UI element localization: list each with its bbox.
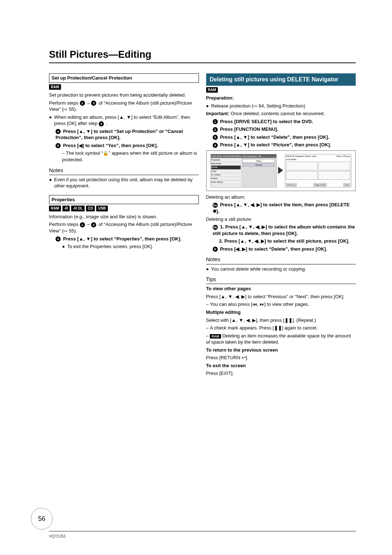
properties-step4: 4 Press [▲, ▼] to select “Properties”, t…	[56, 236, 199, 242]
tips-heading: Tips	[206, 276, 356, 284]
badge-ram: RAM	[206, 87, 218, 93]
footer-code: VQT2J51	[49, 534, 66, 538]
edit-album-note: ● When editing an album, press [▲, ▼] to…	[49, 114, 199, 127]
tip-view1: Press [▲, ▼, ◀, ▶] to select “Previous” …	[206, 293, 356, 300]
album-thumb	[318, 171, 350, 180]
txt: DVD-RAM	[285, 158, 351, 161]
title-rule	[49, 62, 356, 63]
picture-button: Picture	[242, 163, 275, 167]
step-1-icon: 1	[80, 222, 85, 227]
step-4-icon: 4	[56, 129, 61, 134]
badge-usb: USB	[96, 206, 107, 211]
txt: Disc Protection: Off	[242, 155, 261, 157]
txt: –	[87, 100, 91, 106]
protection-step5: 5 Press [◀] to select “Yes”, then press …	[56, 142, 199, 149]
footer-rule	[49, 531, 356, 531]
protection-badges: RAM	[49, 84, 199, 90]
txt: FUNCTION MENU	[223, 155, 241, 157]
badge-r: -R	[62, 206, 70, 211]
txt: You cannot delete while recording or cop…	[211, 266, 306, 272]
protection-intro: Set protection to prevent pictures from …	[49, 92, 199, 98]
properties-exit: ● To exit the Properties screen, press […	[62, 243, 199, 250]
del-step5b2: 2. Press [▲, ▼, ◀, ▶] to select the stil…	[219, 238, 356, 244]
step-4-icon: 4	[56, 236, 61, 242]
album-thumb	[318, 162, 350, 170]
album-thumb	[286, 171, 318, 180]
step-1-icon: 1	[80, 101, 85, 106]
txt: Press [▲, ▼] to select “Delete”, then pr…	[220, 134, 329, 140]
lock-note: – The lock symbol “🔒” appears when the s…	[62, 150, 199, 163]
album-thumb	[286, 162, 318, 170]
badge-ram-inline: RAM	[210, 334, 221, 339]
txt: Press [▲, ▼] to select “Picture”, then p…	[220, 142, 331, 147]
del-step4: 4 Press [▲, ▼] to select “Picture”, then…	[213, 142, 356, 148]
return-line: Press [RETURN ↩].	[206, 355, 356, 361]
menu-item: Copy	[211, 170, 241, 173]
txt: Press [◀, ▶] to select “Delete”, then pr…	[220, 246, 327, 252]
txt: Video | Picture	[336, 155, 350, 158]
menu-item-selected: Delete	[211, 166, 241, 169]
deleting-album-label: Deleting an album:	[206, 194, 356, 200]
txt: Release protection (⇨ 64, Setting Protec…	[211, 103, 306, 109]
del-step6: 6 Press [◀, ▶] to select “Delete”, then …	[213, 246, 356, 252]
txt: Press [▲, ▼] to select “Properties”, the…	[63, 236, 181, 242]
txt: –	[87, 222, 91, 227]
txt: Press [DRIVE SELECT] to select the DVD.	[220, 119, 313, 124]
multi-heading: Multiple editing	[206, 309, 356, 316]
badge-cd: CD	[86, 206, 95, 211]
txt: When editing an album, press [▲, ▼] to s…	[54, 114, 190, 126]
protection-perform: Perform steps 1 – 3 of “Accessing the Al…	[49, 100, 199, 113]
tip-view-heading: To view other pages	[206, 285, 356, 292]
txt: Press [▲, ▼, ◀, ▶] to select the item, t…	[213, 202, 350, 214]
properties-perform: Perform steps 1 – 3 of “Accessing the Al…	[49, 221, 199, 234]
important-line: Important: Once deleted, contents cannot…	[206, 110, 356, 117]
txt: The lock symbol “🔒” appears when the sti…	[62, 150, 197, 162]
deleting-still-label: Deleting a still picture:	[206, 216, 356, 223]
txt: .	[106, 121, 107, 126]
left-column: Set up Protection/Cancel Protection RAM …	[49, 73, 199, 378]
delete-badges: RAM	[206, 87, 356, 93]
properties-info: Information (e.g., image size and file s…	[49, 214, 199, 220]
arrow-icon	[278, 167, 283, 174]
step-1-icon: 1	[213, 119, 218, 124]
badge-ram: RAM	[49, 84, 61, 90]
function-menu-panel: DVD-RAM FUNCTION MENU Disc Protection: O…	[211, 154, 277, 187]
properties-heading: Properties	[49, 195, 199, 204]
txt: Perform steps	[49, 100, 80, 106]
step-3-icon: 3	[91, 222, 96, 227]
txt: Deleting an item increases the available…	[206, 333, 351, 345]
menu-item: To Others	[211, 173, 241, 177]
txt: Perform steps	[49, 222, 80, 227]
video-button: Video	[242, 159, 275, 163]
step-5a-icon: 5a	[213, 203, 218, 208]
protection-heading: Set up Protection/Cancel Protection	[49, 73, 199, 83]
prev-button: Previous	[286, 183, 297, 187]
screen-diagram: DVD-RAM FUNCTION MENU Disc Protection: O…	[206, 150, 356, 191]
txt: Press [FUNCTION MENU].	[220, 126, 278, 132]
tip-view2: – You can also press [⏮, ⏭] to view othe…	[206, 301, 356, 308]
step-3-icon: 3	[91, 101, 96, 106]
step-4-icon: 4	[213, 143, 218, 148]
delete-navigator-panel: DELETE Navigator Album View Video | Pict…	[285, 154, 351, 187]
txt: Album View	[305, 155, 317, 157]
exit-line: Press [EXIT].	[206, 370, 356, 377]
txt: A check mark appears. Press [❚❚] again t…	[210, 325, 318, 331]
txt: Press [▲, ▼] to select “Set up Protectio…	[56, 129, 183, 141]
menu-item: Playback	[211, 158, 241, 162]
exit-heading: To exit the screen	[206, 362, 356, 369]
right-column: Deleting still pictures using DELETE Nav…	[206, 73, 356, 378]
multi2: – A check mark appears. Press [❚❚] again…	[206, 325, 356, 331]
txt: Even if you set protection using this un…	[54, 177, 199, 189]
page-number: 56	[31, 508, 53, 530]
txt: You can also press [⏮, ⏭] to view other …	[210, 301, 309, 307]
next-button: Next	[343, 183, 350, 187]
txt: Press [◀] to select “Yes”, then press [O…	[63, 143, 158, 148]
txt: 1. Press [▲, ▼, ◀, ▶] to select the albu…	[213, 224, 355, 236]
menu-item: Recording	[211, 162, 241, 166]
step-5b-icon: 5b	[213, 225, 218, 230]
content-columns: Set up Protection/Cancel Protection RAM …	[49, 73, 356, 378]
page-title: Still Pictures—Editing	[49, 49, 356, 60]
del-step1: 1 Press [DRIVE SELECT] to select the DVD…	[213, 118, 356, 125]
menu-item: Drive Select	[211, 181, 241, 184]
page-indicator: Page 01/01	[314, 183, 327, 187]
